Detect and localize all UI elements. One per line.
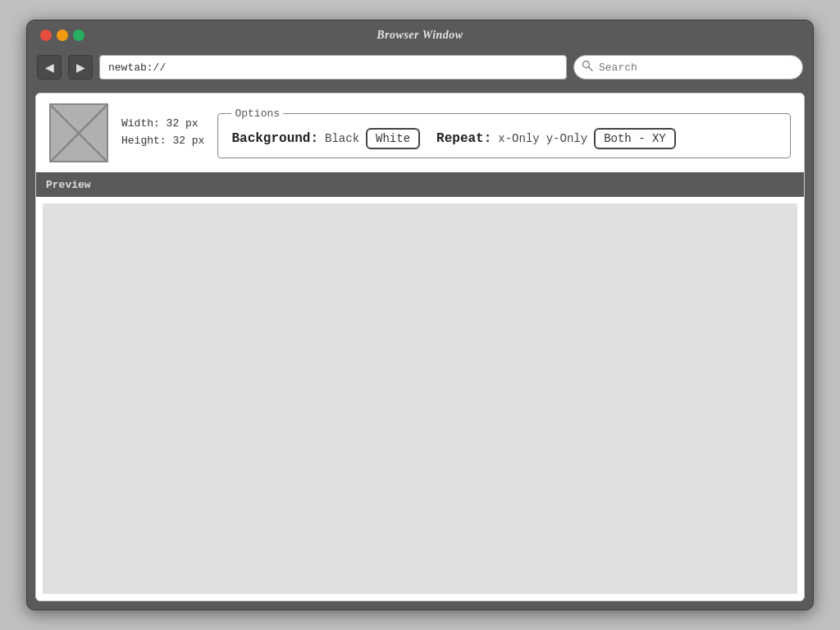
main-content: Width: 32 px Height: 32 px Options Backg…	[35, 93, 805, 601]
svg-line-2	[51, 105, 107, 161]
browser-window: Browser Window ◀ ▶	[26, 20, 814, 610]
address-bar[interactable]	[99, 55, 567, 80]
repeat-both-xy-button[interactable]: Both - XY	[594, 128, 676, 149]
background-group: Background: Black White	[231, 128, 420, 149]
preview-content	[43, 203, 797, 594]
title-bar: Browser Window	[27, 21, 813, 50]
repeat-label: Repeat:	[436, 131, 491, 146]
image-thumbnail	[49, 103, 108, 162]
close-button[interactable]	[40, 30, 52, 41]
image-width: Width: 32 px	[121, 116, 204, 133]
background-white-button[interactable]: White	[366, 128, 420, 149]
preview-title: Preview	[46, 179, 91, 191]
options-fieldset: Options Background: Black White Repeat: …	[217, 107, 791, 158]
search-input[interactable]	[573, 55, 803, 80]
image-info: Width: 32 px Height: 32 px	[121, 116, 204, 150]
window-title: Browser Window	[377, 29, 463, 42]
image-x-overlay	[51, 105, 107, 161]
options-panel: Width: 32 px Height: 32 px Options Backg…	[36, 94, 804, 172]
maximize-button[interactable]	[73, 30, 84, 41]
image-height: Height: 32 px	[121, 133, 204, 150]
title-bar-buttons	[40, 30, 84, 41]
repeat-group: Repeat: x-Only y-Only Both - XY	[436, 128, 676, 149]
repeat-x-only[interactable]: x-Only	[498, 132, 539, 145]
options-row: Background: Black White Repeat: x-Only y…	[231, 128, 777, 149]
repeat-y-only[interactable]: y-Only	[546, 132, 587, 145]
minimize-button[interactable]	[57, 30, 68, 41]
back-button[interactable]: ◀	[37, 55, 62, 80]
nav-bar: ◀ ▶	[27, 50, 813, 84]
options-legend: Options	[231, 107, 283, 120]
forward-button[interactable]: ▶	[68, 55, 93, 80]
search-wrapper	[573, 55, 803, 80]
preview-header: Preview	[36, 172, 804, 197]
background-label: Background:	[231, 131, 318, 146]
background-black[interactable]: Black	[325, 132, 359, 145]
